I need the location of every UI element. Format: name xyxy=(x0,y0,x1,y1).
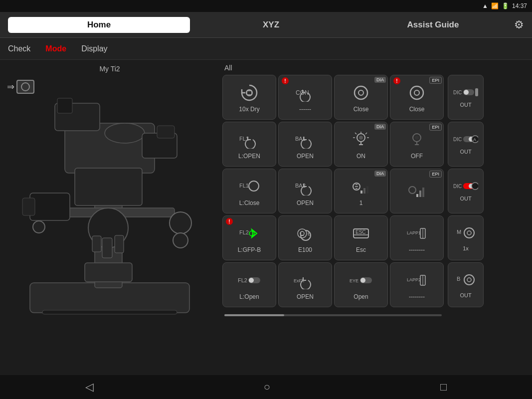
btn-lapp2[interactable]: LAPP2 -------- xyxy=(390,262,444,307)
btn-ba2-open[interactable]: BA2 OPEN xyxy=(278,169,332,213)
side-m-1x[interactable]: M 1x xyxy=(448,215,484,260)
dia-badge: DIA xyxy=(374,77,386,83)
signal-icon: ▲ xyxy=(482,2,488,9)
sub-check[interactable]: Check xyxy=(8,42,30,55)
svg-text:A: A xyxy=(473,137,476,142)
home-button[interactable]: ○ xyxy=(254,377,280,398)
svg-point-95 xyxy=(467,231,471,235)
dia-on-label: ON xyxy=(356,153,365,160)
svg-point-60 xyxy=(249,231,254,236)
svg-line-37 xyxy=(365,133,367,134)
dia2-badge: DIA xyxy=(374,124,386,130)
btn-fl1-open[interactable]: FL1 L:OPEN xyxy=(222,122,276,167)
btn-epi-level[interactable]: EPI xyxy=(390,169,444,213)
btn-fl2-lopen[interactable]: FL2 L:Open xyxy=(222,262,276,307)
svg-rect-23 xyxy=(247,91,252,95)
btn-exfh-open[interactable]: ExFh OPEN xyxy=(278,262,332,307)
btn-lapp1[interactable]: LAPP1 -------- xyxy=(390,215,444,260)
b-out-label: OUT xyxy=(460,292,471,298)
svg-rect-57 xyxy=(422,188,424,197)
svg-point-61 xyxy=(298,229,307,238)
side-b-out[interactable]: B OUT xyxy=(448,262,484,307)
esc-icon: ESC xyxy=(352,222,370,244)
svg-rect-21 xyxy=(42,310,177,314)
back-button[interactable]: ◁ xyxy=(75,377,104,398)
scroll-thumb[interactable] xyxy=(224,314,284,316)
btn-dia-on[interactable]: DIA xyxy=(334,122,388,167)
btn-fl2-gfpb[interactable]: ! FL2 L:GFP-B xyxy=(222,215,276,260)
btn-10x-dry[interactable]: 10x Dry xyxy=(222,75,276,120)
dia3-badge: DIA xyxy=(374,171,386,177)
nav-assist[interactable]: Assist Guide xyxy=(352,16,514,34)
svg-rect-83 xyxy=(475,88,478,96)
camera-area[interactable]: ⇒ xyxy=(7,80,34,94)
svg-rect-12 xyxy=(92,236,101,252)
svg-rect-10 xyxy=(102,238,112,258)
svg-point-54 xyxy=(409,187,416,194)
side-controls: DIC OUT DIC xyxy=(448,75,484,307)
svg-point-14 xyxy=(173,233,188,248)
esc-label: Esc xyxy=(356,246,366,253)
fl2-gfpb-label: L:GFP-B xyxy=(238,246,261,253)
side-dic-out-1[interactable]: DIC OUT xyxy=(448,75,484,120)
svg-point-94 xyxy=(464,228,474,238)
dia-shtr-icon xyxy=(353,82,369,104)
fl2-lopen-icon: FL2 xyxy=(237,269,261,291)
svg-rect-53 xyxy=(366,186,368,194)
settings-icon[interactable]: ⚙ xyxy=(514,18,524,31)
fl2-lopen-label: L:Open xyxy=(239,293,259,300)
btn-dia-shtr-close[interactable]: DIA Close xyxy=(334,75,388,120)
fl2-gfpb-icon: FL2 xyxy=(239,222,260,244)
btn-e100[interactable]: E E100 xyxy=(278,215,332,260)
dia-1-label: 1 xyxy=(359,200,363,206)
side-dic-out-3[interactable]: DIC OUT xyxy=(448,169,484,213)
btn-epi-off[interactable]: EPI OFF xyxy=(390,122,444,167)
svg-rect-15 xyxy=(30,193,70,220)
dia-1-icon xyxy=(352,176,370,198)
sub-mode[interactable]: Mode xyxy=(45,42,66,55)
con-error-icon: ! xyxy=(282,77,289,84)
btn-dia-1[interactable]: DIA 1 xyxy=(334,169,388,213)
svg-point-28 xyxy=(414,90,419,95)
side-dic-out-2[interactable]: DIC A OUT xyxy=(448,122,484,167)
svg-rect-19 xyxy=(75,168,142,205)
10x-dry-label: 10x Dry xyxy=(239,106,259,113)
btn-esc[interactable]: ESC Esc xyxy=(334,215,388,260)
panel-title: My Ti2 xyxy=(99,65,120,73)
btn-eye-open[interactable]: EYE Open xyxy=(334,262,388,307)
top-nav: Home XYZ Assist Guide ⚙ xyxy=(0,12,532,38)
status-bar: ▲ 📶 🔋 14:37 xyxy=(0,0,532,12)
eye-toggle-icon: EYE xyxy=(349,269,373,291)
dia-on-icon xyxy=(353,129,369,151)
m-1x-label: 1x xyxy=(463,245,469,251)
svg-text:E: E xyxy=(308,231,311,236)
right-panel: All xyxy=(219,60,532,375)
btn-epi-shtr-close[interactable]: ! EPI Close xyxy=(390,75,444,120)
svg-point-98 xyxy=(467,278,471,282)
svg-text:M: M xyxy=(457,229,461,235)
bottom-nav: ◁ ○ □ xyxy=(0,375,532,399)
ba1-icon: BA1 xyxy=(295,129,316,151)
svg-point-26 xyxy=(358,90,363,95)
svg-point-82 xyxy=(464,90,469,95)
recent-button[interactable]: □ xyxy=(430,377,457,398)
nav-xyz[interactable]: XYZ xyxy=(190,16,352,34)
svg-point-27 xyxy=(410,86,423,99)
svg-text:FL2: FL2 xyxy=(238,277,247,283)
scroll-bar[interactable] xyxy=(224,314,442,316)
svg-point-25 xyxy=(355,86,367,99)
svg-text:DIC: DIC xyxy=(453,137,462,142)
nav-home[interactable]: Home xyxy=(8,17,190,33)
btn-con[interactable]: ! CON ------ xyxy=(278,75,332,120)
svg-text:EYE: EYE xyxy=(350,278,358,283)
svg-text:LAPP2: LAPP2 xyxy=(407,277,421,282)
svg-point-72 xyxy=(249,278,254,283)
sub-display[interactable]: Display xyxy=(81,42,107,55)
lapp2-label: -------- xyxy=(409,293,425,300)
exfh-icon: ExFh xyxy=(293,269,317,291)
svg-line-36 xyxy=(355,133,356,134)
btn-ba1-open[interactable]: BA1 OPEN xyxy=(278,122,332,167)
btn-fl1-close[interactable]: FL1 L:Close xyxy=(222,169,276,213)
svg-point-92 xyxy=(472,183,478,190)
ba2-icon: BA2 xyxy=(295,176,316,198)
